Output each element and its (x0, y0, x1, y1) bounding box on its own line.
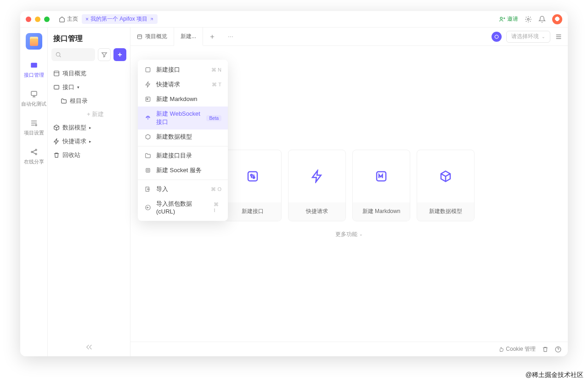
panel-toggle[interactable] (555, 33, 562, 40)
menu-icon (555, 33, 562, 40)
tree-overview[interactable]: 项目概览 (48, 67, 130, 80)
bolt-card-icon (310, 169, 324, 183)
maximize-window[interactable] (44, 17, 50, 22)
dd-new-api-dir[interactable]: 新建接口目录 (138, 148, 228, 163)
card-new-markdown[interactable]: 新建 Markdown (352, 150, 410, 221)
dd-new-api[interactable]: 新建接口 ⌘ N (138, 62, 228, 77)
svg-point-7 (35, 153, 37, 155)
dd-label: 新建接口 (156, 66, 180, 74)
tabs-bar: 项目概览 新建... ⋯ 请选择环境 ⌄ (130, 28, 568, 46)
curl-icon (144, 204, 152, 211)
search-icon (55, 51, 62, 58)
card-new-api[interactable]: 新建接口 (224, 150, 282, 221)
dd-label: 新建数据模型 (156, 133, 192, 141)
run-button[interactable] (492, 32, 502, 42)
user-avatar[interactable] (552, 14, 562, 24)
minimize-window[interactable] (35, 17, 40, 22)
cookie-label: Cookie 管理 (506, 345, 536, 353)
invite-button[interactable]: 邀请 (499, 15, 518, 23)
rail-label: 在线分享 (24, 158, 44, 165)
external-icon (149, 17, 154, 22)
settings-icon[interactable] (525, 16, 532, 23)
svg-point-5 (31, 152, 33, 153)
cookie-manage[interactable]: Cookie 管理 (498, 345, 536, 353)
collapse-sidebar[interactable] (85, 343, 93, 351)
dd-import-curl[interactable]: 导入抓包数据(cURL) ⌘ I (138, 197, 228, 218)
dd-shortcut: ⌘ O (211, 186, 221, 192)
md-icon (144, 96, 152, 103)
dd-shortcut: ⌘ I (214, 202, 221, 213)
svg-point-1 (527, 18, 529, 20)
filter-button[interactable] (98, 48, 111, 61)
tab-new[interactable]: 新建... (174, 28, 203, 46)
chevron-down-icon: ▾ (77, 85, 79, 90)
search-input[interactable] (51, 48, 95, 61)
import-icon (144, 185, 152, 193)
dd-quick-request[interactable]: 快捷请求 ⌘ T (138, 77, 228, 92)
trash-icon (53, 152, 60, 158)
svg-rect-10 (54, 85, 59, 89)
card-quick-request[interactable]: 快捷请求 (288, 150, 346, 221)
tree-new-hint[interactable]: + 新建 (48, 108, 130, 121)
rail-settings[interactable]: 项目设置 (20, 115, 47, 140)
share-icon (30, 148, 38, 156)
api-icon (53, 84, 60, 90)
ws-icon (144, 114, 152, 122)
svg-point-0 (500, 17, 503, 19)
chevron-right-icon: ▸ (89, 139, 91, 144)
project-tab[interactable]: × 我的第一个 Apifox 项目 (82, 14, 158, 24)
api-icon (144, 66, 152, 73)
rail-api-manage[interactable]: 接口管理 (20, 57, 47, 82)
tree-api[interactable]: 接口 ▾ (48, 80, 130, 94)
tree-data-model[interactable]: 数据模型 ▸ (48, 121, 130, 135)
tree-label: 回收站 (62, 151, 80, 159)
chevron-right-icon: ▸ (89, 125, 91, 130)
svg-rect-9 (54, 71, 59, 76)
dd-new-markdown[interactable]: 新建 Markdown (138, 92, 228, 107)
help-icon[interactable] (555, 346, 561, 353)
titlebar: 主页 × 我的第一个 Apifox 项目 邀请 (20, 11, 568, 28)
dd-label: 新建 Socket 服务 (156, 166, 202, 174)
tab-more[interactable]: ⋯ (221, 28, 240, 45)
dd-import[interactable]: 导入 ⌘ O (138, 182, 228, 197)
tab-overview[interactable]: 项目概览 (130, 28, 174, 45)
trash-icon[interactable] (542, 346, 548, 353)
rail-share[interactable]: 在线分享 (20, 144, 47, 169)
chevron-down-icon: ⌄ (359, 232, 363, 236)
cube-icon (144, 133, 152, 140)
nav-rail: 接口管理 自动化测试 项目设置 在线分享 (20, 28, 48, 356)
add-button[interactable] (113, 48, 126, 61)
sidebar-title: 接口管理 (48, 28, 130, 48)
more-functions[interactable]: 更多功能 ⌄ (335, 230, 363, 238)
rail-automation[interactable]: 自动化测试 (20, 86, 47, 111)
home-button[interactable]: 主页 (59, 15, 78, 23)
watermark: @稀土掘金技术社区 (526, 371, 583, 379)
dd-new-websocket[interactable]: 新建 WebSocket 接口 Beta (138, 107, 228, 129)
app-logo[interactable] (26, 33, 42, 50)
dd-new-socket[interactable]: 新建 Socket 服务 (138, 163, 228, 178)
tree-root-dir[interactable]: 根目录 (48, 94, 130, 108)
environment-select[interactable]: 请选择环境 ⌄ (506, 31, 550, 43)
dd-label: 新建 WebSocket 接口 (156, 110, 202, 126)
tree-trash[interactable]: 回收站 (48, 148, 130, 162)
bell-icon[interactable] (538, 16, 546, 23)
dd-shortcut: ⌘ T (212, 82, 221, 88)
dd-label: 导入 (156, 185, 168, 193)
separator (138, 146, 228, 146)
dd-label: 快捷请求 (156, 80, 180, 89)
overview-icon (53, 70, 60, 77)
close-tab-icon[interactable]: × (85, 16, 89, 22)
overview-icon (137, 34, 142, 39)
tree-quick-request[interactable]: 快捷请求 ▸ (48, 135, 130, 148)
tree-label: 根目录 (70, 97, 88, 105)
card-label: 新建接口 (224, 202, 281, 221)
beta-badge: Beta (206, 115, 221, 121)
close-window[interactable] (26, 17, 31, 22)
tree-label: 数据模型 (62, 124, 86, 132)
tab-label: 新建... (181, 33, 196, 40)
add-dropdown: 新建接口 ⌘ N 快捷请求 ⌘ T 新建 Markdown 新建 WebSock… (138, 60, 228, 221)
tab-add[interactable] (203, 28, 221, 45)
dd-new-data-model[interactable]: 新建数据模型 (138, 129, 228, 144)
card-new-data-model[interactable]: 新建数据模型 (417, 150, 475, 221)
dd-label: 新建 Markdown (156, 95, 198, 103)
